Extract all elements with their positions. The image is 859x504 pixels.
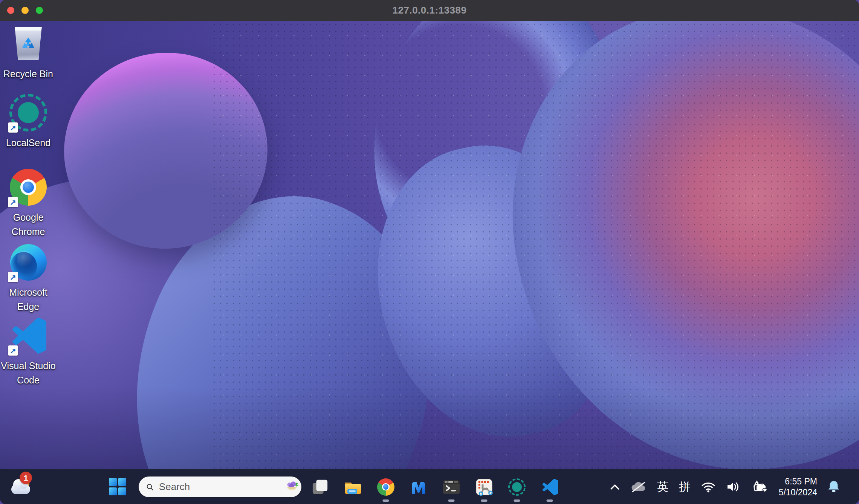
search-icon — [146, 482, 154, 492]
taskbar-chrome-button[interactable] — [377, 469, 395, 504]
desktop-icon-localsend[interactable]: ↗ LocalSend — [0, 93, 57, 150]
remote-desktop-window: 127.0.0.1:13389 — [0, 0, 859, 504]
vscode-icon — [541, 479, 558, 495]
desktop-icon-label: Google Chrome — [0, 210, 57, 239]
zoom-button[interactable] — [36, 7, 43, 14]
speaker-icon — [726, 481, 741, 493]
search-daily-image — [285, 478, 298, 496]
tray-ime-language-button[interactable]: 英 — [657, 481, 669, 493]
notification-count-badge: 1 — [20, 472, 32, 484]
desktop-icon-label: Recycle Bin — [0, 67, 57, 81]
tray-notification-bell-button[interactable] — [827, 480, 840, 494]
system-tray: 英 拼 — [610, 469, 859, 504]
localsend-icon — [508, 478, 526, 496]
taskbar-app-row — [311, 469, 559, 504]
taskbar-file-explorer-button[interactable] — [344, 469, 362, 504]
snipping-tool-icon — [475, 478, 493, 496]
terminal-icon — [442, 478, 460, 496]
tray-media-sync-button[interactable] — [751, 480, 769, 494]
shortcut-arrow-icon: ↗ — [8, 272, 18, 282]
m-app-icon — [410, 478, 427, 496]
tray-time: 6:55 PM — [779, 476, 817, 487]
wallpaper-vignette — [0, 386, 859, 469]
media-sync-heart-icon — [751, 480, 769, 494]
taskbar-task-view-button[interactable] — [311, 469, 329, 504]
tray-clock[interactable]: 6:55 PM 5/10/2024 — [779, 476, 817, 498]
tray-wifi-button[interactable] — [701, 481, 716, 493]
chrome-icon — [377, 478, 394, 496]
wifi-icon — [701, 481, 716, 493]
desktop-icon-microsoft-edge[interactable]: ↗ Microsoft Edge — [0, 243, 57, 314]
task-view-icon — [312, 478, 329, 496]
taskbar: 1 — [0, 469, 859, 504]
search-input[interactable] — [159, 481, 285, 493]
taskbar-snipping-tool-button[interactable] — [475, 469, 493, 504]
desktop-icon-recycle-bin[interactable]: Recycle Bin — [0, 24, 57, 81]
shortcut-arrow-icon: ↗ — [8, 197, 18, 207]
desktop-icon-google-chrome[interactable]: ↗ Google Chrome — [0, 168, 57, 239]
tray-onedrive-button[interactable] — [630, 481, 647, 493]
desktop-icon-label: Microsoft Edge — [0, 285, 57, 314]
desktop-icon-label: LocalSend — [0, 136, 57, 150]
chevron-up-icon — [610, 484, 620, 490]
file-explorer-icon — [344, 478, 362, 496]
recycle-bin-icon — [14, 27, 43, 60]
window-titlebar[interactable]: 127.0.0.1:13389 — [0, 0, 859, 21]
desktop-icon-visual-studio-code[interactable]: ↗ Visual Studio Code — [0, 316, 57, 387]
windows-start-icon — [109, 478, 127, 496]
taskbar-vscode-button[interactable] — [541, 469, 559, 504]
weather-cloud-icon — [11, 484, 30, 494]
tray-date: 5/10/2024 — [779, 487, 817, 498]
widgets-weather-button[interactable]: 1 — [8, 474, 35, 500]
taskbar-m-app-button[interactable] — [410, 469, 428, 504]
shortcut-arrow-icon: ↗ — [8, 122, 18, 133]
taskbar-search-box[interactable] — [139, 477, 301, 497]
taskbar-localsend-button[interactable] — [508, 469, 526, 504]
close-button[interactable] — [7, 7, 14, 14]
start-button[interactable] — [109, 478, 127, 496]
cloud-offline-icon — [630, 481, 647, 493]
tray-chevron-up-button[interactable] — [610, 484, 620, 490]
tray-volume-button[interactable] — [726, 481, 741, 493]
shortcut-arrow-icon: ↗ — [8, 345, 18, 356]
window-title: 127.0.0.1:13389 — [393, 5, 467, 16]
bell-icon — [827, 480, 840, 494]
tray-ime-pinyin-button[interactable]: 拼 — [679, 481, 691, 493]
desktop[interactable]: Recycle Bin ↗ LocalSend ↗ Google Chrome — [0, 21, 859, 469]
taskbar-terminal-button[interactable] — [442, 469, 460, 504]
window-controls — [7, 0, 43, 21]
minimize-button[interactable] — [21, 7, 29, 14]
desktop-icon-label: Visual Studio Code — [0, 359, 57, 387]
